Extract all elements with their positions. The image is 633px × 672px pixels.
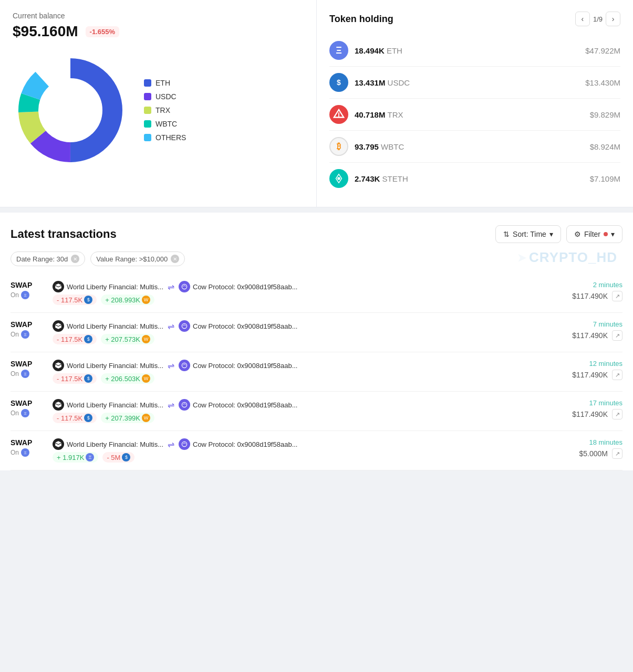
- tx-amounts: - 117.5K $ + 208.993K W: [53, 295, 565, 305]
- usdc-icon: $: [329, 73, 348, 92]
- amount-positive: + 206.503K W: [101, 373, 154, 384]
- balance-panel: Current balance $95.160M -1.655%: [0, 0, 317, 207]
- usdc-coin-icon: $: [84, 296, 92, 304]
- external-link-icon[interactable]: ↗: [612, 409, 622, 419]
- arrow-icon: ⇌: [168, 361, 174, 371]
- external-link-icon[interactable]: ↗: [612, 448, 622, 459]
- page-info: 1/9: [593, 15, 603, 23]
- watermark: ➤ CRYPTO_HD: [517, 249, 617, 266]
- steth-value: $7.109M: [590, 174, 620, 183]
- token-header: Token holding ‹ 1/9 ›: [329, 12, 620, 26]
- tx-parties: World Liberty Financial: Multis... ⇌ Cow…: [53, 320, 565, 332]
- date-range-filter[interactable]: Date Range: 30d ✕: [11, 251, 85, 266]
- balance-amount: $95.160M: [13, 23, 78, 40]
- tx-value: $117.490K: [572, 292, 608, 300]
- table-row: SWAP On Ξ World Liberty Financial: Multi…: [11, 392, 622, 431]
- legend-trx: TRX: [144, 106, 186, 114]
- eth-network-icon: Ξ: [21, 330, 29, 339]
- usdc-value: $13.430M: [585, 78, 620, 87]
- tx-middle: World Liberty Financial: Multis... ⇌ Cow…: [53, 399, 565, 423]
- to-party: Cow Protocol: 0x9008d19f58aab...: [179, 320, 297, 332]
- svg-point-8: [337, 177, 340, 180]
- table-row: SWAP On Ξ World Liberty Financial: Multi…: [11, 274, 622, 313]
- table-row: SWAP On Ξ World Liberty Financial: Multi…: [11, 352, 622, 392]
- usdc-amount: 13.431M USDC: [355, 78, 585, 87]
- eth-coin-icon: Ξ: [86, 453, 94, 461]
- wlf-coin-icon: W: [142, 414, 150, 422]
- transactions-section: Latest transactions ⇅ Sort: Time ▾ ⚙ Fil…: [0, 213, 633, 470]
- usdc-coin-icon: $: [84, 335, 92, 343]
- tx-amounts: - 117.5K $ + 207.573K W: [53, 334, 565, 344]
- amount-positive-eth: + 1.917K Ξ: [53, 452, 98, 463]
- eth-network-icon: Ξ: [21, 370, 29, 378]
- to-party: Cow Protocol: 0x9008d19f58aab...: [179, 438, 297, 450]
- tx-type-swap: SWAP On Ξ: [11, 281, 47, 299]
- tx-middle: World Liberty Financial: Multis... ⇌ Cow…: [53, 320, 565, 344]
- wbtc-icon: ₿: [329, 137, 348, 156]
- wbtc-amount: 93.795 WBTC: [355, 142, 590, 151]
- arrow-icon: ⇌: [168, 321, 174, 331]
- wlf-coin-icon: W: [142, 374, 150, 383]
- tx-right: 2 minutes $117.490K ↗: [570, 281, 622, 301]
- filter-icon: ⚙: [574, 230, 581, 238]
- tx-type-swap: SWAP On Ξ: [11, 399, 47, 417]
- next-page-button[interactable]: ›: [606, 12, 620, 26]
- tx-amounts: + 1.917K Ξ - 5M $: [53, 452, 565, 463]
- token-row-eth: Ξ 18.494K ETH $47.922M: [329, 35, 620, 67]
- value-range-filter[interactable]: Value Range: >$10,000 ✕: [90, 251, 185, 266]
- from-party: World Liberty Financial: Multis...: [53, 320, 163, 332]
- steth-icon: [329, 169, 348, 188]
- external-link-icon[interactable]: ↗: [612, 370, 622, 380]
- tx-value: $117.490K: [572, 410, 608, 418]
- amount-positive: + 208.993K W: [101, 295, 154, 305]
- from-party: World Liberty Financial: Multis...: [53, 281, 163, 292]
- to-party: Cow Protocol: 0x9008d19f58aab...: [179, 281, 297, 292]
- svg-point-10: [182, 323, 186, 328]
- tx-amounts: - 117.5K $ + 207.399K W: [53, 413, 565, 423]
- to-party: Cow Protocol: 0x9008d19f58aab...: [179, 360, 297, 371]
- trx-value: $9.829M: [590, 110, 620, 119]
- table-row: SWAP On Ξ World Liberty Financial: Multi…: [11, 313, 622, 352]
- wlf-coin-icon: W: [142, 335, 150, 343]
- token-title: Token holding: [329, 14, 393, 25]
- from-party: World Liberty Financial: Multis...: [53, 438, 163, 450]
- eth-network-icon: Ξ: [21, 291, 29, 299]
- external-link-icon[interactable]: ↗: [612, 330, 622, 341]
- arrow-icon: ⇌: [168, 282, 174, 292]
- from-party: World Liberty Financial: Multis...: [53, 360, 163, 371]
- wlf-icon: [53, 360, 64, 371]
- amount-negative-usdc: - 5M $: [102, 452, 134, 463]
- cow-icon: [179, 438, 190, 450]
- external-link-icon[interactable]: ↗: [612, 291, 622, 301]
- tx-type-swap: SWAP On Ξ: [11, 320, 47, 339]
- tx-header: Latest transactions ⇅ Sort: Time ▾ ⚙ Fil…: [11, 225, 622, 243]
- tx-right: 18 minutes $5.000M ↗: [570, 438, 622, 459]
- tx-parties: World Liberty Financial: Multis... ⇌ Cow…: [53, 281, 565, 292]
- sort-icon: ⇅: [503, 230, 510, 238]
- tx-time: 17 minutes: [570, 399, 622, 407]
- amount-negative: - 117.5K $: [53, 334, 97, 344]
- token-row-trx: 40.718M TRX $9.829M: [329, 99, 620, 131]
- prev-page-button[interactable]: ‹: [575, 12, 590, 26]
- svg-point-9: [182, 284, 186, 289]
- trx-amount: 40.718M TRX: [355, 110, 590, 119]
- tx-time: 18 minutes: [570, 438, 622, 446]
- filter-button[interactable]: ⚙ Filter ▾: [566, 225, 622, 243]
- sort-button[interactable]: ⇅ Sort: Time ▾: [495, 225, 561, 243]
- cow-icon: [179, 281, 190, 292]
- tx-middle: World Liberty Financial: Multis... ⇌ Cow…: [53, 438, 565, 463]
- wlf-coin-icon: W: [142, 296, 150, 304]
- amount-negative: - 117.5K $: [53, 373, 97, 384]
- legend-eth: ETH: [144, 79, 186, 87]
- value-range-remove-button[interactable]: ✕: [171, 255, 179, 263]
- eth-network-icon: Ξ: [21, 448, 29, 457]
- tx-parties: World Liberty Financial: Multis... ⇌ Cow…: [53, 360, 565, 371]
- tx-time: 2 minutes: [570, 281, 622, 289]
- arrow-icon: ⇌: [168, 400, 174, 410]
- tx-right: 17 minutes $117.490K ↗: [570, 399, 622, 419]
- amount-positive: + 207.399K W: [101, 413, 154, 423]
- steth-amount: 2.743K STETH: [355, 174, 590, 183]
- date-range-remove-button[interactable]: ✕: [71, 255, 79, 263]
- from-party: World Liberty Financial: Multis...: [53, 399, 163, 411]
- legend-others: OTHERS: [144, 133, 186, 142]
